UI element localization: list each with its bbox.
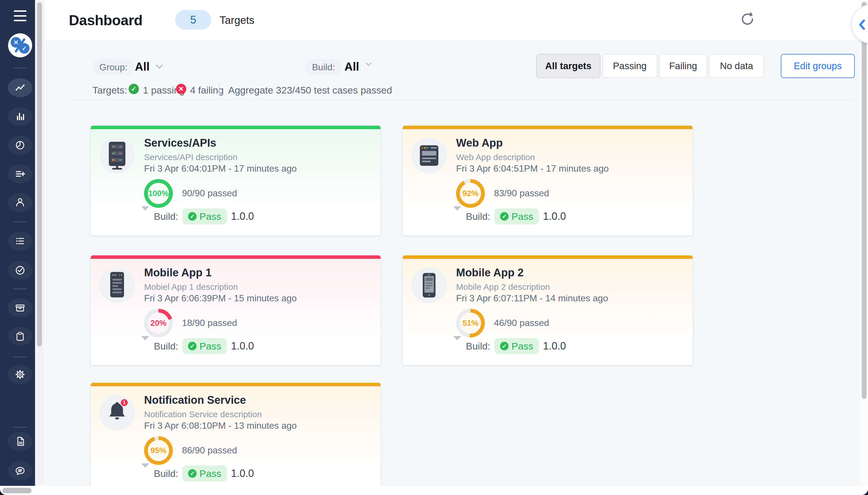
card-title: Mobile App 2 [456,267,524,279]
chevron-down-icon[interactable] [155,64,164,71]
targets-header-label: Targets [220,14,254,27]
build-version: 1.0.0 [231,467,254,479]
card-timestamp: Fri 3 Apr 6:04:51PM - 17 minutes ago [456,163,609,174]
progress-ring: 92% [456,179,485,208]
sidebar-item-bar-chart[interactable] [8,107,32,126]
list-add-icon [15,168,25,180]
progress-percent: 92% [462,189,478,198]
fail-x-icon: ✕ [176,84,186,94]
user-icon [15,197,25,208]
archive-box-icon [15,303,25,313]
status-label: Pass [511,341,533,352]
target-card-services[interactable]: Services/APIs Services/API description F… [91,126,380,235]
app-logo-icon: ✕ ✓ [8,33,32,57]
check-icon: ✓ [188,342,197,351]
notification-count-badge: 1 [120,398,129,407]
filter-no-data-button[interactable]: No data [709,54,764,78]
progress-ring: 100% [144,179,173,208]
check-icon: ✓ [188,469,197,478]
sidebar: ✕ ✓ [0,0,35,486]
build-row: Build: ✓Pass 1.0.0 [453,338,566,354]
sidebar-item-list-add[interactable] [8,165,32,183]
sidebar-item-list[interactable] [8,232,32,251]
progress-ring-hole: 20% [148,312,169,334]
target-card-web-app[interactable]: Web App Web App description Fri 3 Apr 6:… [403,126,693,235]
filter-underline [68,99,854,100]
card-title: Services/APIs [144,137,216,149]
check-circle-icon [15,265,25,276]
summary-failing: 4 failing [190,85,224,96]
progress-ring: 20% [144,309,173,338]
card-title: Notification Service [144,394,246,406]
tag-icon [453,211,462,222]
sidebar-item-checks[interactable] [8,261,32,280]
group-filter-value[interactable]: All [135,60,150,73]
bullet-list-icon [15,236,25,246]
target-card-notification-service[interactable]: 1 Notification Service Notification Serv… [91,383,380,492]
filter-all-targets-button[interactable]: All targets [536,54,600,78]
sidebar-item-pie-chart[interactable] [8,136,32,155]
horizontal-scrollbar-thumb[interactable] [2,488,32,493]
pie-chart-icon [15,140,25,151]
sidebar-item-dashboard[interactable] [8,78,32,97]
chat-icon [15,465,25,476]
check-icon: ✓ [188,212,197,221]
card-description: Mobile App 2 description [456,282,550,292]
server-tower-icon [99,268,135,303]
card-title: Mobile App 1 [144,267,211,279]
sidebar-item-chat[interactable] [8,461,32,480]
chevron-down-icon[interactable] [365,62,372,68]
progress-ring-hole: 95% [148,440,169,461]
build-filter-value[interactable]: All [344,60,359,73]
tag-icon [453,340,462,352]
clipboard-icon [15,331,25,342]
card-accent-bar [403,126,693,129]
sidebar-item-archive[interactable] [8,298,32,318]
sidebar-scrollbar-track [35,0,44,486]
page-header [44,0,861,40]
sidebar-item-document[interactable] [8,432,32,451]
status-badge: ✓Pass [182,338,227,354]
menu-icon[interactable] [14,10,27,21]
card-description: Mobiel App 1 description [144,282,238,292]
status-badge: ✓Pass [182,208,227,224]
sidebar-item-user[interactable] [8,193,32,212]
target-card-mobile-app-2[interactable]: Mobile App 2 Mobile App 2 description Fr… [403,255,693,365]
sidebar-scrollbar-thumb[interactable] [37,2,42,347]
status-label: Pass [200,211,221,222]
build-filter-label[interactable]: Build: [305,59,342,75]
settings-gear-icon [15,369,25,380]
filter-passing-button[interactable]: Passing [602,54,657,78]
refresh-button[interactable] [740,12,755,27]
build-label: Build: [466,211,490,222]
progress-ring: 51% [456,309,485,338]
sidebar-item-clipboard[interactable] [8,327,32,346]
progress-ring-hole: 92% [460,183,481,204]
bell-icon: 1 [99,395,135,430]
build-label: Build: [154,211,178,222]
passed-count-label: 90/90 passed [182,188,237,199]
status-badge: ✓Pass [494,338,539,354]
sidebar-divider [13,222,27,222]
build-label: Build: [154,341,178,352]
status-label: Pass [200,468,221,479]
status-badge: ✓Pass [182,465,227,481]
build-version: 1.0.0 [231,340,254,352]
group-filter-label[interactable]: Group: [92,59,134,75]
sidebar-divider [13,427,27,428]
smartphone-icon [411,268,447,303]
edit-groups-button[interactable]: Edit groups [781,54,855,78]
build-version: 1.0.0 [543,210,566,222]
bar-chart-icon [15,111,25,122]
build-label: Build: [466,341,490,352]
server-rack-icon [99,138,135,173]
horizontal-scrollbar-track [0,486,868,495]
target-card-mobile-app-1[interactable]: Mobile App 1 Mobiel App 1 description Fr… [91,255,380,365]
card-accent-bar [91,383,380,386]
check-icon: ✓ [500,212,509,221]
filter-failing-button[interactable]: Failing [659,54,707,78]
sidebar-item-settings[interactable] [8,365,32,384]
targets-count-badge: 5 [175,10,211,30]
summary-targets-label: Targets: [92,85,127,96]
vertical-scrollbar-thumb[interactable] [862,2,867,399]
